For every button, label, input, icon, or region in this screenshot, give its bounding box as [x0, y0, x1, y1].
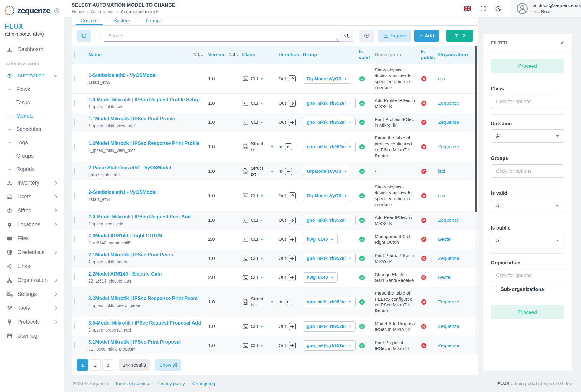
column-header-class[interactable]: Class [240, 46, 276, 64]
sidebar-item-links[interactable]: Links [0, 259, 64, 273]
sort-indicator-name[interactable]: ⇅1 ▲ [193, 52, 203, 57]
sidebar-item-user-log[interactable]: User log [0, 329, 64, 343]
breadcrumb-item-home[interactable]: Home [72, 9, 84, 14]
organization-link[interactable]: Zequenze [438, 144, 459, 149]
filter-close-icon[interactable]: × [560, 40, 564, 46]
column-header-version[interactable]: Version ⇅2 ▲ [206, 46, 240, 64]
row-checkbox[interactable] [74, 299, 75, 305]
tab-custom[interactable]: Custom [76, 17, 103, 25]
sub-organizations-checkbox[interactable] [491, 286, 497, 292]
row-checkbox[interactable] [74, 119, 75, 125]
add-button[interactable]: + Add [414, 30, 439, 42]
sidebar-item-tasks[interactable]: –Tasks [0, 96, 64, 109]
class-dropdown[interactable]: CLI ▼ [242, 192, 274, 199]
organization-link[interactable]: Zequenze [438, 299, 459, 304]
group-dropdown-button[interactable]: gpo_mktk_rb952ui ▼ [303, 297, 356, 307]
class-dropdown[interactable]: CLI ▼ [242, 100, 274, 106]
model-name-link[interactable]: 1.1Model Mikrotik | IPSec Print Profile [88, 116, 203, 122]
row-checkbox[interactable] [74, 323, 75, 329]
class-dropdown[interactable]: CLI ▼ [242, 255, 274, 262]
column-header-name[interactable]: Name ⇅1 ▲ [86, 46, 206, 64]
page-button-1[interactable]: 1 [77, 359, 88, 371]
proceed-button-top[interactable]: Proceed [491, 59, 564, 73]
page-button-2[interactable]: 2 [90, 359, 101, 371]
model-name-link[interactable]: 1.0-Model Mikrotik | IPSec Request Profi… [88, 97, 203, 103]
sidebar-item-reports[interactable]: –Reports [0, 162, 64, 176]
table-scrollbar[interactable] [475, 46, 477, 354]
class-dropdown[interactable]: CLI ▼ [242, 119, 274, 126]
scrollbar-thumb[interactable] [475, 46, 477, 212]
footer-link-privacy-policy[interactable]: Privacy policy [156, 381, 185, 386]
sidebar-item-logs[interactable]: –Logs [0, 136, 64, 149]
organization-link[interactable]: Bestel [438, 275, 451, 280]
sidebar-item-automation[interactable]: Automation [0, 69, 64, 83]
language-flag-icon[interactable] [464, 6, 471, 11]
row-checkbox[interactable] [74, 255, 75, 261]
class-dropdown[interactable]: TXT. Struct. txt ▼ [242, 296, 274, 308]
model-name-link[interactable]: 3.1Model Mikrotik | IPSec Print Proposal [88, 339, 203, 345]
class-dropdown[interactable]: CLI ▼ [242, 342, 274, 349]
row-checkbox[interactable] [74, 168, 75, 174]
footer-link-terms-of-service[interactable]: Terms of service [115, 381, 149, 386]
dark-mode-moon-icon[interactable] [495, 5, 501, 12]
breadcrumb-item-automation[interactable]: Automation [91, 9, 114, 14]
filter-select-direction[interactable]: All [491, 129, 564, 143]
model-name-link[interactable]: 2.2Model AR6140 | Electric Gain [88, 271, 203, 277]
fullscreen-icon[interactable] [480, 5, 486, 12]
sort-indicator-version[interactable]: ⇅2 ▲ [229, 52, 239, 57]
proceed-button-bottom[interactable]: Proceed [491, 305, 564, 319]
filter-picker-groups[interactable]: Click for options [491, 164, 564, 178]
column-header-direction[interactable]: Direction [276, 46, 300, 64]
class-dropdown[interactable]: TXT. Struct. txt ▼ [242, 165, 274, 177]
organization-link[interactable]: Zequenze [438, 343, 459, 348]
model-name-link[interactable]: 2.2Model Mikrotik | IPSec Response Print… [88, 296, 203, 302]
search-input[interactable] [104, 30, 340, 42]
filter-select-is-valid[interactable]: All [491, 199, 564, 212]
sidebar-item-tools[interactable]: ⚒ Tools [0, 301, 64, 315]
sidebar-item-inventory[interactable]: Inventory [0, 176, 64, 190]
class-dropdown[interactable]: CLI ▼ [242, 323, 274, 330]
organization-link[interactable]: Zequenze [438, 119, 459, 125]
user-panel[interactable]: ia_docs@zequenze.com org: Root [511, 0, 581, 17]
preview-eye-button[interactable] [359, 30, 374, 42]
group-dropdown-button[interactable]: gpo_mktk_rb952ui ▼ [303, 253, 356, 263]
column-header-organization[interactable]: Organization [436, 46, 478, 64]
filter-picker-organization[interactable]: Click for options [491, 269, 564, 282]
sidebar-item-protocols[interactable]: Protocols [0, 315, 64, 329]
model-name-link[interactable]: 3.0-Model Mikrotik | IPSec Request Propo… [88, 320, 203, 326]
column-header-is-valid[interactable]: Is valid [356, 46, 372, 64]
class-dropdown[interactable]: CLI ▼ [242, 217, 274, 224]
model-name-link[interactable]: 1.2Model Mikrotik | IPSec Response Print… [88, 140, 203, 147]
class-dropdown[interactable]: CLI ▼ [242, 75, 274, 82]
group-dropdown-button[interactable]: hwg_6140 ▼ [303, 234, 338, 244]
organization-link[interactable]: izzi [438, 193, 445, 198]
sidebar-item-locations[interactable]: Locations [0, 217, 64, 231]
sidebar-item-flows[interactable]: –Flows [0, 83, 64, 96]
organization-link[interactable]: Zequenze [438, 100, 459, 106]
class-dropdown[interactable]: CLI ▼ [242, 274, 274, 281]
footer-link-changelog[interactable]: Changelog [192, 381, 215, 386]
model-name-link[interactable]: 2-Statistics eth1 - VyOSModel [88, 189, 203, 196]
organization-link[interactable]: Zequenze [438, 217, 459, 223]
import-button[interactable]: Import [378, 30, 411, 42]
group-dropdown-button[interactable]: GrpModelsVyOS ▼ [303, 191, 351, 201]
column-header-is-public[interactable]: Is public [418, 46, 436, 64]
group-dropdown-button[interactable]: gpo_mktk_rb952ui ▼ [303, 321, 356, 332]
model-name-link[interactable]: 1-Statistics eth0 - VyOSModel [88, 72, 203, 79]
sidebar-item-models[interactable]: –Models [0, 109, 64, 122]
select-all-checkbox[interactable] [95, 33, 100, 38]
class-dropdown[interactable]: TXT. Struct. txt ▼ [242, 141, 274, 153]
column-header-group[interactable]: Group [300, 46, 356, 64]
row-checkbox[interactable] [74, 193, 75, 198]
tab-system[interactable]: System [109, 17, 135, 25]
row-checkbox[interactable] [74, 76, 75, 81]
row-checkbox[interactable] [74, 236, 75, 242]
header-checkbox[interactable] [74, 52, 75, 57]
model-name-link[interactable]: 2.1Model Mikrotik | IPSec Print Peers [88, 252, 203, 258]
organization-link[interactable]: Zequenze [438, 256, 459, 261]
model-name-link[interactable]: 2.0Model AR6140 | Right OUT/IN [88, 233, 203, 239]
class-dropdown[interactable]: CLI ▼ [242, 236, 274, 243]
sidebar-item-alfred[interactable]: Alfred [0, 204, 64, 217]
group-dropdown-button[interactable]: GrpModelsVyOS ▼ [303, 166, 351, 176]
row-checkbox[interactable] [74, 144, 75, 149]
